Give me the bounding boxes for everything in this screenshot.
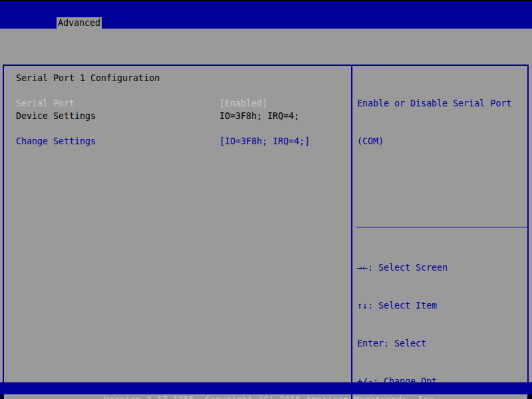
info-device-settings-label: Device Settings	[16, 111, 96, 121]
item-help-text: Enable or Disable Serial Port (COM)	[357, 72, 511, 173]
info-device-settings-value: IO=3F8h; IRQ=4;	[219, 111, 299, 121]
footer-version: Version 2.17.1255. Copyright (C) 2016 Am…	[104, 395, 439, 399]
option-change-settings-label[interactable]: Change Settings	[16, 136, 96, 146]
help-divider	[356, 227, 527, 227]
item-help-line1: Enable or Disable Serial Port	[357, 97, 511, 110]
panel-divider	[351, 66, 352, 399]
tab-advanced-label: Advanced	[58, 18, 100, 28]
main-area: Serial Port 1 Configuration Serial Port …	[0, 29, 532, 382]
title-bar: Aptio Setup Utility - Copyright (C) 2016…	[0, 1, 532, 17]
option-serial-port-value[interactable]: [Enabled]	[219, 98, 267, 108]
key-select-item: ↑↓: Select Item	[357, 299, 474, 312]
tab-advanced[interactable]: Advanced	[57, 17, 102, 29]
key-legend: →←: Select Screen ↑↓: Select Item Enter:…	[357, 236, 474, 399]
key-enter-select: Enter: Select	[357, 337, 474, 350]
footer-bar: Version 2.17.1255. Copyright (C) 2016 Am…	[0, 382, 532, 394]
content-frame: Serial Port 1 Configuration Serial Port …	[3, 65, 529, 399]
menu-tab-row: Advanced	[0, 17, 532, 29]
option-serial-port-label[interactable]: Serial Port	[16, 98, 74, 108]
item-help-line2: (COM)	[357, 135, 511, 148]
key-select-screen: →←: Select Screen	[357, 261, 474, 274]
option-change-settings-value[interactable]: [IO=3F8h; IRQ=4;]	[219, 136, 310, 146]
section-title: Serial Port 1 Configuration	[16, 73, 160, 83]
